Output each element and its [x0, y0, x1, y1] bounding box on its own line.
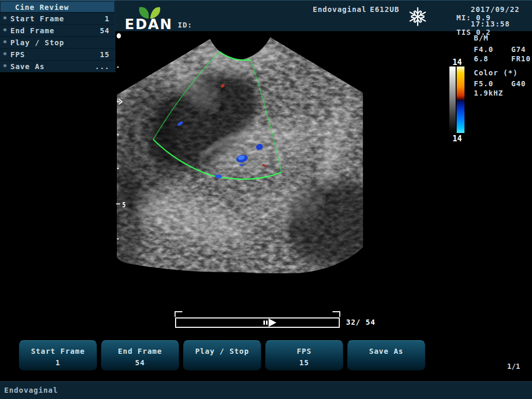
menu-item-label: Play / Stop [10, 38, 64, 47]
start-frame-bracket [175, 311, 182, 317]
menu-bullet: * [0, 15, 10, 23]
probe-name: Endovaginal [313, 5, 367, 14]
fps-button[interactable]: FPS 15 [265, 340, 343, 370]
menu-bullet: * [0, 26, 10, 35]
menu-item-play-stop[interactable]: * Play / Stop [0, 36, 115, 48]
button-label: Play / Stop [195, 347, 249, 355]
button-value: 1 [56, 358, 60, 367]
b-depth: 6.8 [474, 55, 488, 63]
menu-item-save-as[interactable]: * Save As ... [0, 60, 115, 72]
system-date: 2017/09/22 [471, 5, 520, 14]
cine-progress-track[interactable] [175, 317, 340, 328]
menu-bullet: * [0, 38, 10, 47]
frame-counter: 32/ 54 [346, 318, 376, 326]
patient-id-label: ID: [178, 21, 192, 29]
brand-logo-text: EDAN [125, 16, 172, 32]
menu-item-value: 54 [100, 26, 115, 35]
button-label: End Frame [118, 347, 162, 355]
menu-item-fps[interactable]: * FPS 15 [0, 48, 115, 60]
menu-item-value: ... [95, 62, 115, 71]
depth-scale-label: 5 [122, 201, 126, 209]
button-label: Save As [369, 347, 403, 355]
mode-label: B/M [474, 34, 488, 42]
start-frame-button[interactable]: Start Frame 1 [19, 340, 97, 370]
active-probe-label: Endovaginal [4, 386, 58, 394]
velocity-scale-bottom: 14 [453, 134, 462, 143]
ultrasound-fan [115, 31, 385, 280]
button-value: 54 [135, 358, 145, 367]
color-frequency: F5.0 [474, 79, 494, 88]
color-prf: 1.9kHZ [474, 89, 503, 97]
menu-item-label: Save As [10, 62, 45, 71]
probe-model: E612UB [370, 5, 400, 14]
button-value: 15 [299, 358, 309, 367]
ultrasound-image: 5 [115, 31, 450, 308]
cine-review-menu: Cine Review * Start Frame 1 * End Frame … [0, 0, 115, 72]
tis-label: TIS [457, 28, 471, 36]
b-gain: G74 [511, 45, 526, 54]
end-frame-button[interactable]: End Frame 54 [101, 340, 179, 370]
menu-item-start-frame[interactable]: * Start Frame 1 [0, 12, 115, 24]
snowflake-icon [408, 7, 427, 26]
ultrasound-screen: EDAN ID: Endovaginal E612UB [0, 0, 532, 399]
menu-bullet: * [0, 50, 10, 59]
menu-item-label: Start Frame [10, 15, 64, 23]
end-frame-bracket [332, 311, 340, 317]
b-frequency: F4.0 [474, 45, 494, 54]
cine-menu-title: Cine Review [0, 1, 115, 12]
menu-item-label: FPS [10, 50, 25, 59]
menu-item-value: 1 [105, 15, 115, 23]
button-label: Start Frame [31, 347, 85, 355]
button-label: FPS [297, 347, 311, 355]
menu-item-value: 15 [100, 50, 115, 59]
menu-item-end-frame[interactable]: * End Frame 54 [0, 24, 115, 36]
play-stop-button[interactable]: Play / Stop [183, 340, 261, 370]
b-frame-rate: FR10 [511, 55, 531, 63]
save-as-button[interactable]: Save As [347, 340, 425, 370]
menu-item-label: End Frame [10, 26, 55, 35]
play-step-arrow-icon[interactable] [262, 318, 278, 327]
color-map-bar [457, 66, 464, 133]
color-gain: G40 [511, 79, 526, 88]
gray-map-bar [449, 66, 456, 133]
color-mode-label: Color (*) [474, 69, 518, 77]
page-indicator: 1/1 [507, 362, 520, 370]
velocity-scale-top: 14 [453, 58, 462, 67]
probe-orientation-dot [117, 33, 121, 38]
bottom-status-bar: Endovaginal [0, 381, 532, 399]
menu-bullet: * [0, 62, 10, 71]
system-time: 17:13:58 [471, 20, 510, 28]
